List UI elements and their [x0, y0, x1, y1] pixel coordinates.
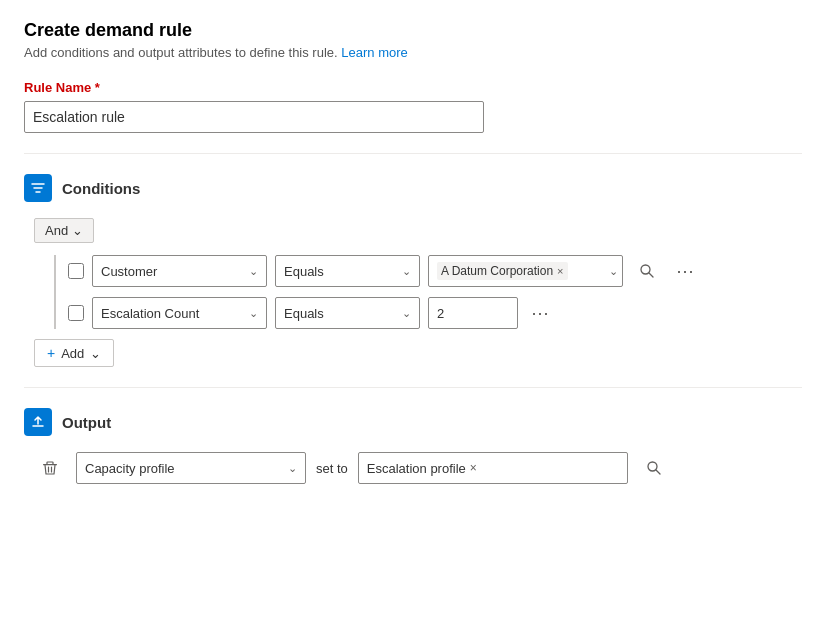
conditions-title: Conditions [62, 180, 140, 197]
plus-icon: + [47, 345, 55, 361]
and-button[interactable]: And ⌄ [34, 218, 94, 243]
capacity-chevron-icon: ⌄ [288, 462, 297, 475]
page-subtitle: Add conditions and output attributes to … [24, 45, 802, 60]
output-section: Output Capacity profile ⌄ set to [24, 408, 802, 484]
page-title: Create demand rule [24, 20, 802, 41]
condition-rows: Customer ⌄ Equals ⌄ A Datum Corporation … [54, 255, 802, 329]
and-chevron-icon: ⌄ [72, 223, 83, 238]
customer-tag-close[interactable]: × [557, 265, 563, 277]
condition-checkbox-2[interactable] [68, 305, 84, 321]
conditions-area: And ⌄ Customer ⌄ Equals ⌄ A Datum Corpor… [34, 218, 802, 367]
customer-operator-select[interactable]: Equals ⌄ [275, 255, 420, 287]
output-value-input[interactable]: Escalation profile × [358, 452, 628, 484]
section-divider [24, 153, 802, 154]
add-chevron-icon: ⌄ [90, 346, 101, 361]
customer-tag-chevron-icon[interactable]: ⌄ [609, 265, 618, 278]
capacity-profile-select[interactable]: Capacity profile ⌄ [76, 452, 306, 484]
conditions-icon [24, 174, 52, 202]
rule-name-input[interactable] [24, 101, 484, 133]
output-tag-close[interactable]: × [470, 461, 477, 475]
customer-more-button[interactable]: ⋯ [671, 257, 699, 285]
escalation-count-more-button[interactable]: ⋯ [526, 299, 554, 327]
svg-line-1 [649, 273, 653, 277]
customer-search-button[interactable] [631, 255, 663, 287]
field-chevron-icon-2: ⌄ [249, 307, 258, 320]
output-icon [24, 408, 52, 436]
svg-line-6 [656, 470, 660, 474]
delete-output-button[interactable] [34, 452, 66, 484]
customer-value-input[interactable]: A Datum Corporation × ⌄ [428, 255, 623, 287]
condition-checkbox-1[interactable] [68, 263, 84, 279]
customer-field-select[interactable]: Customer ⌄ [92, 255, 267, 287]
escalation-count-operator-select[interactable]: Equals ⌄ [275, 297, 420, 329]
escalation-count-value-input[interactable] [428, 297, 518, 329]
customer-value-tag: A Datum Corporation × [437, 262, 568, 280]
set-to-label: set to [316, 461, 348, 476]
output-value-tag: Escalation profile × [367, 461, 477, 476]
output-title: Output [62, 414, 111, 431]
output-row: Capacity profile ⌄ set to Escalation pro… [34, 452, 802, 484]
field-chevron-icon: ⌄ [249, 265, 258, 278]
output-search-button[interactable] [638, 452, 670, 484]
section-divider-2 [24, 387, 802, 388]
output-section-header: Output [24, 408, 802, 436]
table-row: Customer ⌄ Equals ⌄ A Datum Corporation … [68, 255, 802, 287]
operator-chevron-icon-2: ⌄ [402, 307, 411, 320]
conditions-section-header: Conditions [24, 174, 802, 202]
operator-chevron-icon: ⌄ [402, 265, 411, 278]
add-condition-button[interactable]: + Add ⌄ [34, 339, 114, 367]
escalation-count-field-select[interactable]: Escalation Count ⌄ [92, 297, 267, 329]
rule-name-label: Rule Name * [24, 80, 802, 95]
learn-more-link[interactable]: Learn more [341, 45, 407, 60]
table-row: Escalation Count ⌄ Equals ⌄ ⋯ [68, 297, 802, 329]
